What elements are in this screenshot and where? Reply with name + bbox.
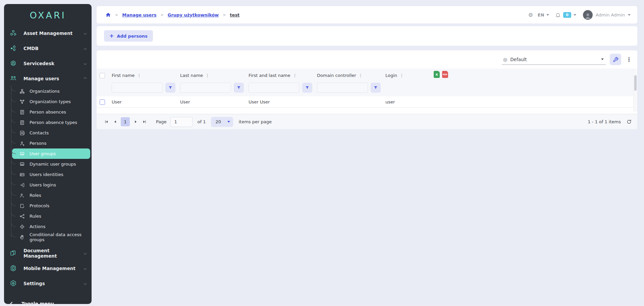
sidebar-item-asset-management[interactable]: Asset Management — [4, 26, 92, 41]
breadcrumb-link-user-groups[interactable]: Grupy użytkowników — [168, 12, 219, 17]
sidebar-item-actions[interactable]: Actions — [11, 221, 90, 232]
items-range-label: 1 - 1 of 1 items — [588, 119, 621, 124]
sidebar-item-label: Mobile Management — [23, 266, 77, 271]
sidebar-item-users-identities[interactable]: Users identities — [11, 169, 90, 180]
filter-button[interactable] — [302, 83, 312, 93]
sidebar-item-contacts[interactable]: Contacts — [11, 128, 90, 138]
column-header-login[interactable]: Login⋮ — [385, 73, 432, 78]
sidebar-item-organizations[interactable]: Organizations — [11, 86, 90, 96]
sidebar-item-settings[interactable]: Settings — [4, 276, 92, 291]
sidebar-item-organization-types[interactable]: Organization types — [11, 96, 90, 107]
filter-input-last-name[interactable] — [180, 83, 231, 93]
org-network-icon — [19, 99, 25, 104]
breadcrumb-separator: > — [223, 13, 226, 17]
view-selector[interactable]: ◎ Default — [502, 54, 606, 65]
column-menu-icon[interactable]: ⋮ — [137, 73, 141, 78]
chevron-down-icon — [84, 47, 87, 49]
current-page-button[interactable]: 1 — [121, 117, 130, 126]
sidebar-item-document-management[interactable]: Document Management — [4, 246, 92, 261]
column-menu-icon[interactable]: ⋮ — [399, 73, 404, 78]
sidebar-item-dynamic-user-groups[interactable]: Dynamic user groups — [11, 159, 90, 169]
sidebar-item-mobile-management[interactable]: Mobile Management — [4, 261, 92, 276]
breadcrumb-separator: > — [115, 13, 118, 17]
sidebar-item-label: Protocols — [30, 203, 49, 208]
notification-count-badge: 0 — [563, 12, 571, 18]
manage-users-submenu: Organizations Organization types Person … — [11, 86, 92, 242]
sidebar-item-servicedesk[interactable]: Servicedesk — [4, 56, 92, 71]
sidebar-item-person-absences[interactable]: Person absences — [11, 107, 90, 117]
add-persons-button[interactable]: + Add persons — [104, 30, 153, 42]
filter-input-first-name[interactable] — [112, 83, 163, 93]
grid-filter-row — [97, 81, 637, 96]
column-header-last-name[interactable]: Last name⋮ — [180, 73, 249, 78]
rules-network-icon — [19, 213, 25, 219]
column-header-domain-controller[interactable]: Domain controller⋮ — [317, 73, 385, 78]
grid-toolbar: ◎ Default ⋮ — [97, 50, 637, 69]
home-icon[interactable] — [105, 12, 111, 18]
first-page-icon — [104, 120, 109, 124]
sidebar-item-manage-users[interactable]: Manage users — [4, 71, 92, 86]
table-row[interactable]: User User User User user — [97, 96, 637, 108]
filter-button[interactable] — [371, 83, 381, 93]
chevron-down-icon — [546, 14, 549, 16]
documents-icon — [9, 250, 17, 257]
filter-button[interactable] — [234, 83, 244, 93]
row-checkbox[interactable] — [100, 99, 105, 105]
select-all-checkbox[interactable] — [100, 73, 105, 78]
asset-hexagons-icon — [9, 30, 17, 37]
avatar — [583, 10, 593, 20]
cell-last-name: User — [180, 99, 249, 104]
add-persons-label: Add persons — [117, 34, 147, 39]
excel-export-icon[interactable]: x — [434, 71, 440, 78]
filter-button[interactable] — [165, 83, 175, 93]
column-menu-icon[interactable]: ⋮ — [293, 73, 297, 78]
protocol-doc-icon — [19, 203, 25, 209]
breadcrumb-current-test[interactable]: test — [230, 12, 239, 17]
cell-login: user — [385, 99, 432, 104]
sidebar-item-cmdb[interactable]: CMDB — [4, 41, 92, 56]
refresh-button[interactable] — [626, 119, 632, 125]
oxari-logo[interactable]: OXARI — [4, 5, 92, 26]
vertical-scrollbar[interactable] — [633, 69, 637, 112]
user-menu[interactable]: Admin Admin — [583, 10, 631, 20]
column-header-full-name[interactable]: First and last name⋮ — [249, 73, 317, 78]
previous-page-button[interactable] — [111, 118, 119, 126]
last-page-button[interactable] — [140, 118, 149, 126]
filter-input-full-name[interactable] — [249, 83, 300, 93]
breadcrumb-link-manage-users[interactable]: Manage users — [122, 12, 156, 17]
first-page-button[interactable] — [102, 118, 111, 126]
page-size-value: 20 — [215, 119, 225, 124]
toggle-menu-button[interactable]: Toggle menu — [4, 296, 92, 304]
column-menu-icon[interactable]: ⋮ — [205, 73, 210, 78]
sidebar-item-label: Users logins — [30, 182, 56, 187]
sitemap-icon — [19, 88, 25, 94]
page-size-select[interactable]: 20 — [211, 117, 233, 127]
grid-settings-button[interactable] — [610, 54, 621, 65]
toggle-menu-label: Toggle menu — [21, 301, 54, 304]
grid-menu-button[interactable]: ⋮ — [625, 56, 633, 63]
page-number-input[interactable] — [170, 117, 193, 127]
sidebar-item-protocols[interactable]: Protocols — [11, 201, 90, 211]
bell-icon — [555, 12, 561, 18]
sidebar-item-roles[interactable]: Roles — [11, 190, 90, 201]
sidebar-item-label: Actions — [30, 224, 46, 229]
sidebar-item-persons[interactable]: Persons — [11, 138, 90, 148]
sidebar-item-rules[interactable]: Rules — [11, 211, 90, 221]
notifications-control[interactable]: 0 — [555, 12, 576, 18]
language-selector[interactable]: EN — [538, 12, 549, 17]
sidebar-item-conditional-data-access-groups[interactable]: Conditional data access groups — [11, 232, 90, 242]
chevron-down-icon — [628, 14, 631, 16]
scrollbar-thumb[interactable] — [634, 75, 637, 91]
gear-icon[interactable]: ⚙ — [528, 12, 533, 18]
sidebar-item-person-absence-types[interactable]: Person absence types — [11, 117, 90, 128]
filter-input-domain-controller[interactable] — [317, 83, 368, 93]
sidebar-item-users-logins[interactable]: Users logins — [11, 180, 90, 190]
wrench-icon — [613, 57, 619, 62]
grid-header: First name⋮ Last name⋮ First and last na… — [97, 69, 637, 96]
sidebar-item-user-groups[interactable]: User groups — [12, 148, 90, 159]
pdf-export-icon[interactable]: PDF — [442, 71, 448, 78]
column-menu-icon[interactable]: ⋮ — [359, 73, 363, 78]
next-page-button[interactable] — [131, 118, 140, 126]
view-selector-value: Default — [510, 57, 598, 62]
column-header-first-name[interactable]: First name⋮ — [112, 73, 180, 78]
